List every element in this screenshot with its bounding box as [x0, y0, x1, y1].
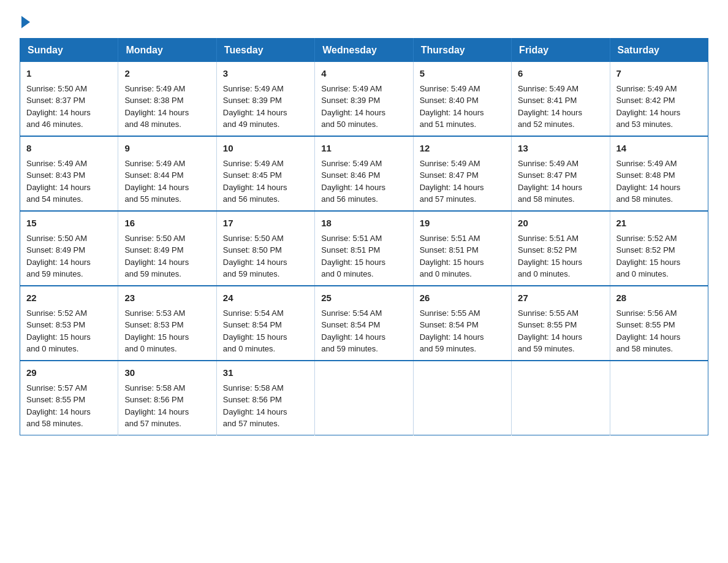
day-info: Sunrise: 5:49 AMSunset: 8:42 PMDaylight:… — [616, 84, 681, 129]
day-info: Sunrise: 5:49 AMSunset: 8:38 PMDaylight:… — [124, 84, 189, 129]
day-info: Sunrise: 5:53 AMSunset: 8:53 PMDaylight:… — [124, 308, 189, 354]
day-number: 31 — [223, 366, 308, 380]
calendar-cell: 2 Sunrise: 5:49 AMSunset: 8:38 PMDayligh… — [118, 62, 216, 136]
day-info: Sunrise: 5:49 AMSunset: 8:44 PMDaylight:… — [124, 159, 189, 204]
calendar-cell: 10 Sunrise: 5:49 AMSunset: 8:45 PMDaylig… — [216, 136, 314, 211]
day-info: Sunrise: 5:49 AMSunset: 8:47 PMDaylight:… — [420, 159, 484, 204]
day-info: Sunrise: 5:50 AMSunset: 8:49 PMDaylight:… — [26, 234, 91, 279]
calendar-cell: 7 Sunrise: 5:49 AMSunset: 8:42 PMDayligh… — [610, 62, 708, 136]
day-info: Sunrise: 5:50 AMSunset: 8:50 PMDaylight:… — [223, 234, 287, 279]
calendar-cell: 30 Sunrise: 5:58 AMSunset: 8:56 PMDaylig… — [118, 361, 216, 435]
day-number: 11 — [321, 142, 406, 155]
day-info: Sunrise: 5:56 AMSunset: 8:55 PMDaylight:… — [616, 308, 681, 354]
calendar-cell: 20 Sunrise: 5:51 AMSunset: 8:52 PMDaylig… — [512, 211, 610, 286]
day-info: Sunrise: 5:49 AMSunset: 8:39 PMDaylight:… — [321, 84, 385, 129]
day-info: Sunrise: 5:49 AMSunset: 8:41 PMDaylight:… — [518, 84, 582, 129]
day-number: 8 — [26, 142, 112, 155]
calendar-cell: 19 Sunrise: 5:51 AMSunset: 8:51 PMDaylig… — [413, 211, 511, 286]
day-number: 29 — [26, 366, 112, 380]
day-info: Sunrise: 5:52 AMSunset: 8:52 PMDaylight:… — [616, 234, 681, 279]
day-number: 5 — [420, 67, 505, 80]
weekday-header-row: SundayMondayTuesdayWednesdayThursdayFrid… — [20, 39, 708, 63]
calendar-cell — [315, 361, 413, 435]
weekday-header-saturday: Saturday — [610, 39, 708, 63]
week-row-3: 15 Sunrise: 5:50 AMSunset: 8:49 PMDaylig… — [20, 211, 708, 286]
calendar-cell: 18 Sunrise: 5:51 AMSunset: 8:51 PMDaylig… — [315, 211, 413, 286]
day-info: Sunrise: 5:58 AMSunset: 8:56 PMDaylight:… — [124, 383, 189, 429]
day-number: 9 — [124, 142, 210, 155]
day-number: 3 — [223, 67, 308, 80]
calendar-table: SundayMondayTuesdayWednesdayThursdayFrid… — [20, 38, 708, 435]
day-info: Sunrise: 5:49 AMSunset: 8:39 PMDaylight:… — [223, 84, 287, 129]
day-info: Sunrise: 5:49 AMSunset: 8:40 PMDaylight:… — [420, 84, 484, 129]
day-info: Sunrise: 5:55 AMSunset: 8:54 PMDaylight:… — [420, 308, 484, 354]
week-row-1: 1 Sunrise: 5:50 AMSunset: 8:37 PMDayligh… — [20, 62, 708, 136]
calendar-cell: 1 Sunrise: 5:50 AMSunset: 8:37 PMDayligh… — [20, 62, 118, 136]
calendar-cell: 21 Sunrise: 5:52 AMSunset: 8:52 PMDaylig… — [610, 211, 708, 286]
weekday-header-wednesday: Wednesday — [315, 39, 413, 63]
logo-arrow-icon — [21, 16, 30, 28]
day-info: Sunrise: 5:51 AMSunset: 8:51 PMDaylight:… — [420, 234, 484, 279]
calendar-cell: 27 Sunrise: 5:55 AMSunset: 8:55 PMDaylig… — [512, 286, 610, 361]
page-header — [20, 15, 708, 26]
weekday-header-thursday: Thursday — [413, 39, 511, 63]
day-number: 6 — [518, 67, 603, 80]
day-info: Sunrise: 5:49 AMSunset: 8:45 PMDaylight:… — [223, 159, 287, 204]
day-number: 21 — [616, 216, 702, 230]
calendar-cell: 6 Sunrise: 5:49 AMSunset: 8:41 PMDayligh… — [512, 62, 610, 136]
weekday-header-monday: Monday — [118, 39, 216, 63]
day-info: Sunrise: 5:54 AMSunset: 8:54 PMDaylight:… — [223, 308, 287, 354]
calendar-cell — [610, 361, 708, 435]
day-info: Sunrise: 5:55 AMSunset: 8:55 PMDaylight:… — [518, 308, 582, 354]
day-info: Sunrise: 5:49 AMSunset: 8:46 PMDaylight:… — [321, 159, 385, 204]
calendar-cell: 16 Sunrise: 5:50 AMSunset: 8:49 PMDaylig… — [118, 211, 216, 286]
calendar-cell: 17 Sunrise: 5:50 AMSunset: 8:50 PMDaylig… — [216, 211, 314, 286]
day-number: 12 — [420, 142, 505, 155]
day-number: 10 — [223, 142, 308, 155]
day-info: Sunrise: 5:50 AMSunset: 8:49 PMDaylight:… — [124, 234, 189, 279]
weekday-header-sunday: Sunday — [20, 39, 118, 63]
calendar-cell: 15 Sunrise: 5:50 AMSunset: 8:49 PMDaylig… — [20, 211, 118, 286]
day-info: Sunrise: 5:50 AMSunset: 8:37 PMDaylight:… — [26, 84, 91, 129]
day-number: 30 — [124, 366, 210, 380]
calendar-cell: 22 Sunrise: 5:52 AMSunset: 8:53 PMDaylig… — [20, 286, 118, 361]
calendar-cell: 8 Sunrise: 5:49 AMSunset: 8:43 PMDayligh… — [20, 136, 118, 211]
calendar-cell — [413, 361, 511, 435]
day-number: 15 — [26, 216, 112, 230]
calendar-cell: 31 Sunrise: 5:58 AMSunset: 8:56 PMDaylig… — [216, 361, 314, 435]
day-number: 17 — [223, 216, 308, 230]
day-number: 1 — [26, 67, 112, 80]
day-number: 13 — [518, 142, 603, 155]
calendar-cell: 11 Sunrise: 5:49 AMSunset: 8:46 PMDaylig… — [315, 136, 413, 211]
calendar-cell: 25 Sunrise: 5:54 AMSunset: 8:54 PMDaylig… — [315, 286, 413, 361]
calendar-cell: 29 Sunrise: 5:57 AMSunset: 8:55 PMDaylig… — [20, 361, 118, 435]
day-info: Sunrise: 5:51 AMSunset: 8:51 PMDaylight:… — [321, 234, 385, 279]
day-number: 25 — [321, 291, 406, 305]
day-info: Sunrise: 5:54 AMSunset: 8:54 PMDaylight:… — [321, 308, 385, 354]
day-number: 22 — [26, 291, 112, 305]
week-row-4: 22 Sunrise: 5:52 AMSunset: 8:53 PMDaylig… — [20, 286, 708, 361]
week-row-2: 8 Sunrise: 5:49 AMSunset: 8:43 PMDayligh… — [20, 136, 708, 211]
day-number: 23 — [124, 291, 210, 305]
logo — [20, 15, 30, 26]
weekday-header-tuesday: Tuesday — [216, 39, 314, 63]
day-info: Sunrise: 5:52 AMSunset: 8:53 PMDaylight:… — [26, 308, 91, 354]
calendar-cell: 28 Sunrise: 5:56 AMSunset: 8:55 PMDaylig… — [610, 286, 708, 361]
calendar-cell: 26 Sunrise: 5:55 AMSunset: 8:54 PMDaylig… — [413, 286, 511, 361]
day-info: Sunrise: 5:49 AMSunset: 8:47 PMDaylight:… — [518, 159, 582, 204]
day-number: 27 — [518, 291, 603, 305]
day-number: 28 — [616, 291, 702, 305]
calendar-cell: 9 Sunrise: 5:49 AMSunset: 8:44 PMDayligh… — [118, 136, 216, 211]
day-number: 2 — [124, 67, 210, 80]
calendar-cell: 13 Sunrise: 5:49 AMSunset: 8:47 PMDaylig… — [512, 136, 610, 211]
calendar-cell: 23 Sunrise: 5:53 AMSunset: 8:53 PMDaylig… — [118, 286, 216, 361]
calendar-cell: 24 Sunrise: 5:54 AMSunset: 8:54 PMDaylig… — [216, 286, 314, 361]
week-row-5: 29 Sunrise: 5:57 AMSunset: 8:55 PMDaylig… — [20, 361, 708, 435]
calendar-cell: 4 Sunrise: 5:49 AMSunset: 8:39 PMDayligh… — [315, 62, 413, 136]
day-number: 7 — [616, 67, 702, 80]
day-number: 14 — [616, 142, 702, 155]
calendar-cell: 12 Sunrise: 5:49 AMSunset: 8:47 PMDaylig… — [413, 136, 511, 211]
weekday-header-friday: Friday — [512, 39, 610, 63]
day-info: Sunrise: 5:49 AMSunset: 8:43 PMDaylight:… — [26, 159, 91, 204]
calendar-cell: 5 Sunrise: 5:49 AMSunset: 8:40 PMDayligh… — [413, 62, 511, 136]
